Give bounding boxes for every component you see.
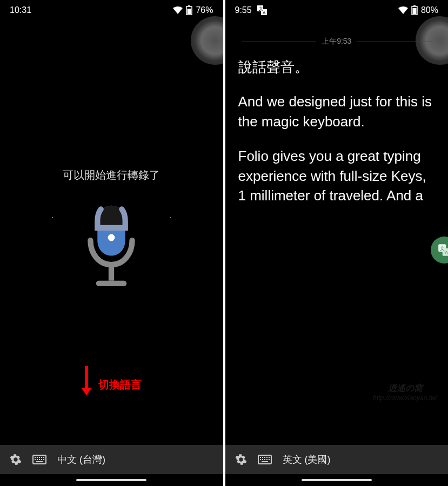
settings-icon[interactable] [10,454,22,465]
battery-percent: 80% [421,5,438,15]
mic-dots [52,217,171,218]
svg-rect-32 [262,457,263,458]
svg-rect-9 [37,457,38,458]
svg-rect-14 [37,459,38,460]
svg-rect-35 [269,457,270,458]
status-time: 9:55 [235,5,252,15]
svg-rect-12 [43,457,44,458]
nav-pill[interactable] [76,479,146,481]
svg-rect-2 [188,9,191,14]
transcript-line: And we designed just for this is the mag… [238,92,436,131]
svg-text:A: A [263,10,266,15]
svg-rect-18 [36,461,43,462]
translate-badge-icon: 文 A [437,243,448,257]
status-time: 10:31 [10,5,31,15]
svg-rect-33 [264,457,265,458]
svg-rect-16 [41,459,42,460]
language-selector[interactable]: 中文 (台灣) [57,453,105,466]
battery-icon [186,5,192,15]
annotation: 切換語言 [79,365,142,396]
svg-rect-36 [260,459,261,460]
prompt-text: 可以開始進行轉錄了 [63,168,160,183]
watermark: 逍遙の窩 http://www.xiaoyao.tw/ [373,383,437,402]
svg-rect-13 [35,459,36,460]
annotation-text: 切換語言 [98,377,142,392]
svg-rect-41 [262,461,268,462]
content-area: 上午9:53 說話聲音。 And we designed just for th… [225,21,449,445]
nav-pill[interactable] [302,479,372,481]
arrow-down-icon [79,365,94,396]
keyboard-icon[interactable] [258,455,272,464]
timestamp-divider: 上午9:53 [236,37,438,46]
bottom-bar: 中文 (台灣) [0,445,223,474]
transcript-line: Folio gives you a great typing experienc… [238,146,436,205]
svg-rect-39 [266,459,268,460]
transcript-line: 說話聲音。 [238,57,436,77]
status-icons: 76% [173,5,213,15]
svg-rect-34 [266,457,268,458]
microphone-button[interactable] [52,199,171,298]
svg-rect-17 [43,459,44,460]
nav-bar [225,474,449,486]
floating-badge[interactable]: 文 A [431,237,448,264]
svg-rect-11 [41,457,42,458]
watermark-title: 逍遙の窩 [373,383,437,394]
wifi-icon [173,6,183,14]
svg-rect-15 [39,459,40,460]
svg-rect-8 [35,457,36,458]
nav-bar [0,474,223,486]
transcript: 說話聲音。 And we designed just for this is t… [225,57,449,220]
svg-text:文: 文 [440,246,445,251]
keyboard-icon[interactable] [32,455,46,464]
status-icons: 80% [398,5,438,15]
svg-rect-10 [39,457,40,458]
watermark-url: http://www.xiaoyao.tw/ [373,394,437,402]
microphone-icon [76,199,146,298]
status-bar: 9:55 文A 80% [225,0,449,21]
wifi-icon [398,6,408,14]
timestamp-text: 上午9:53 [322,37,351,46]
content-area: 可以開始進行轉錄了 [0,21,223,445]
translate-icon: 文A [257,5,267,15]
status-bar: 10:31 76% [0,0,223,21]
svg-rect-38 [264,459,265,460]
language-selector[interactable]: 英文 (美國) [283,453,331,466]
phone-screen-right: 9:55 文A 80% 上午9:53 說話聲音。 And we designed… [225,0,449,486]
svg-rect-31 [260,457,261,458]
phone-screen-left: 10:31 76% 可以開始進行轉錄了 [0,0,223,486]
svg-rect-40 [269,459,270,460]
settings-icon[interactable] [235,454,247,465]
battery-percent: 76% [196,5,213,15]
svg-point-3 [108,234,115,241]
svg-rect-37 [262,459,263,460]
battery-icon [411,5,418,15]
svg-text:A: A [445,250,448,255]
svg-rect-25 [412,8,416,14]
bottom-bar: 英文 (美國) [225,445,449,474]
